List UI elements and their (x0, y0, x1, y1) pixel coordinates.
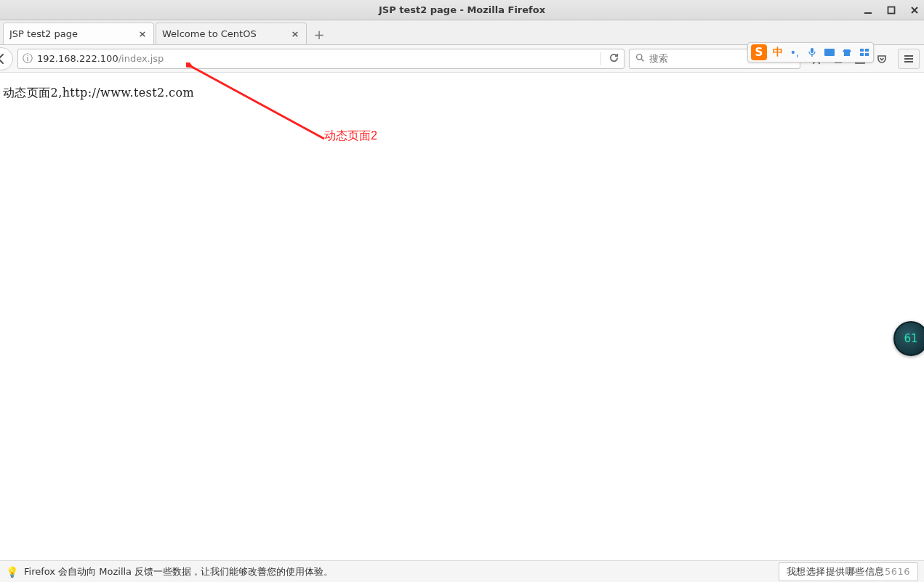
window-controls (863, 0, 920, 20)
search-icon (635, 53, 645, 65)
pocket-icon[interactable] (875, 52, 889, 66)
svg-line-5 (641, 59, 643, 61)
svg-rect-10 (824, 49, 835, 56)
ime-skin-icon[interactable] (841, 48, 853, 57)
svg-line-15 (192, 67, 324, 139)
svg-rect-9 (811, 48, 813, 53)
ime-voice-icon[interactable] (806, 47, 818, 57)
system-gauge-widget[interactable]: 61 (893, 321, 924, 356)
tab-label: JSP test2 page (9, 28, 132, 39)
ime-toolbar[interactable]: S 中 •, (747, 42, 874, 62)
status-right-button[interactable]: 我想选择提供哪些信息5616 (779, 562, 918, 581)
status-link-text: 我想选择提供哪些信息 (787, 566, 885, 577)
reload-icon[interactable] (608, 52, 619, 65)
window-title: JSP test2 page - Mozilla Firefox (379, 4, 545, 15)
svg-point-4 (637, 54, 642, 59)
tab-label: Welcome to CentOS (162, 28, 284, 39)
svg-rect-1 (888, 7, 895, 14)
window-titlebar: JSP test2 page - Mozilla Firefox (0, 0, 924, 20)
page-content: 动态页面2,http://www.test2.com 动态页面2 (0, 73, 924, 560)
ime-keyboard-icon[interactable] (824, 48, 835, 57)
minimize-button[interactable] (863, 5, 873, 15)
svg-rect-13 (860, 53, 864, 56)
page-body-text: 动态页面2,http://www.test2.com (3, 86, 921, 101)
status-bar: 💡 Firefox 会自动向 Mozilla 反馈一些数据，让我们能够改善您的使… (0, 560, 924, 582)
close-button[interactable] (909, 5, 920, 15)
status-message: Firefox 会自动向 Mozilla 反馈一些数据，让我们能够改善您的使用体… (24, 565, 333, 578)
ime-logo-icon[interactable]: S (751, 44, 767, 60)
svg-rect-11 (860, 49, 864, 52)
lightbulb-icon: 💡 (6, 566, 18, 578)
hamburger-menu-button[interactable] (898, 49, 920, 69)
svg-rect-14 (865, 53, 869, 56)
annotation-label: 动态页面2 (324, 129, 377, 144)
close-icon[interactable]: × (137, 29, 148, 39)
status-left: 💡 Firefox 会自动向 Mozilla 反馈一些数据，让我们能够改善您的使… (6, 565, 333, 578)
info-icon[interactable]: ⓘ (23, 52, 33, 65)
gauge-value: 61 (904, 332, 917, 345)
maximize-button[interactable] (886, 5, 896, 15)
ime-toolbox-icon[interactable] (859, 48, 870, 57)
divider (600, 52, 601, 65)
tab-strip: JSP test2 page × Welcome to CentOS × + (0, 20, 924, 45)
tab-jsp-test2[interactable]: JSP test2 page × (3, 23, 154, 44)
url-path: /index.jsp (118, 53, 164, 64)
annotation-arrow (186, 62, 332, 157)
close-icon[interactable]: × (290, 29, 300, 39)
tab-centos[interactable]: Welcome to CentOS × (156, 23, 307, 44)
svg-rect-12 (865, 49, 869, 52)
new-tab-button[interactable]: + (308, 24, 330, 44)
status-watermark: 5616 (885, 566, 910, 577)
ime-lang-button[interactable]: 中 (773, 46, 783, 59)
url-host: 192.168.222.100 (37, 53, 118, 64)
ime-punct-icon[interactable]: •, (789, 47, 800, 58)
back-button[interactable] (0, 47, 13, 70)
